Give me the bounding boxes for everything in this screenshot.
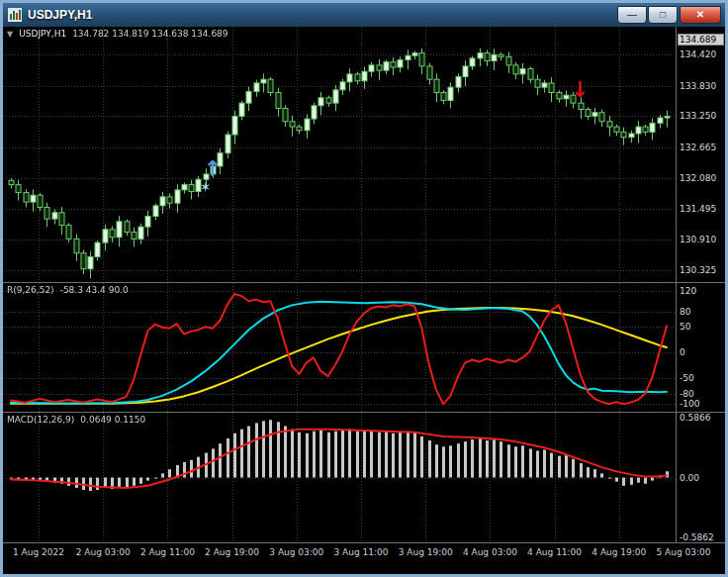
time-label: 3 Aug 19:00 [393, 547, 458, 557]
price-tick-label: 132.665 [680, 143, 716, 152]
time-label: 1 Aug 2022 [6, 547, 71, 557]
mt4-chart-window: USDJPY,H1 — □ ✕ ▼ USDJPY,H1 134.782 134.… [0, 0, 728, 577]
time-label: 2 Aug 19:00 [200, 547, 265, 557]
macd-tick-label: -0.5862 [680, 532, 714, 542]
macd-tick-label: 0.00 [680, 473, 699, 483]
macd-axis-scale[interactable]: 0.58660.00-0.5862 [676, 413, 725, 542]
oscillator-panel: R(9,26,52) -58.3 43.4 90.0 12080500-50-8… [3, 283, 725, 412]
price-tick-label: 130.910 [680, 235, 716, 244]
time-label: 4 Aug 11:00 [522, 547, 588, 557]
time-label: 3 Aug 11:00 [328, 547, 394, 557]
maximize-button[interactable]: □ [648, 6, 678, 24]
macd-canvas[interactable] [3, 413, 677, 542]
time-label: 4 Aug 19:00 [587, 547, 652, 557]
oscillator-tick-label: 0 [680, 347, 685, 357]
chart-window-icon [7, 7, 23, 23]
oscillator-tick-label: -100 [680, 399, 699, 409]
time-label: 2 Aug 03:00 [70, 547, 136, 557]
current-price-tag: 134.689 [678, 34, 724, 46]
macd-tick-label: 0.5866 [680, 413, 711, 423]
oscillator-tick-label: 80 [680, 307, 690, 317]
price-chart-canvas[interactable] [3, 27, 677, 282]
oscillator-tick-label: -50 [680, 373, 694, 383]
oscillator-tick-label: 50 [680, 322, 690, 332]
chart-client-area: ▼ USDJPY,H1 134.782 134.819 134.638 134.… [3, 27, 725, 574]
price-tick-label: 133.250 [680, 111, 716, 121]
price-tick-label: 133.830 [680, 81, 716, 91]
price-tick-label: 131.495 [680, 204, 716, 214]
price-tick-label: 134.420 [680, 49, 716, 59]
oscillator-tick-label: 120 [680, 286, 696, 296]
time-label: 2 Aug 11:00 [135, 547, 200, 557]
macd-panel: MACD(12,26,9) 0.0649 0.1150 0.58660.00-0… [3, 413, 725, 542]
window-title: USDJPY,H1 [28, 8, 616, 22]
time-label: 4 Aug 03:00 [457, 547, 522, 557]
oscillator-canvas[interactable] [3, 283, 677, 412]
window-controls: — □ ✕ [616, 6, 721, 24]
time-label: 5 Aug 03:00 [651, 547, 716, 557]
price-tick-label: 132.080 [680, 173, 716, 183]
price-panel: ▼ USDJPY,H1 134.782 134.819 134.638 134.… [3, 27, 725, 282]
chevron-down-icon[interactable]: ▼ [7, 30, 13, 39]
oscillator-tick-label: -80 [680, 389, 694, 399]
oscillator-axis-scale[interactable]: 12080500-50-80-100 [676, 283, 725, 412]
price-tick-label: 130.325 [680, 265, 716, 275]
price-axis-scale[interactable]: 134.420133.830133.250132.665132.080131.4… [676, 27, 725, 282]
titlebar[interactable]: USDJPY,H1 — □ ✕ [3, 3, 725, 27]
time-label: 3 Aug 03:00 [264, 547, 329, 557]
minimize-button[interactable]: — [617, 6, 647, 24]
close-button[interactable]: ✕ [680, 6, 721, 24]
time-axis[interactable]: 1 Aug 20222 Aug 03:002 Aug 11:002 Aug 19… [3, 542, 725, 574]
